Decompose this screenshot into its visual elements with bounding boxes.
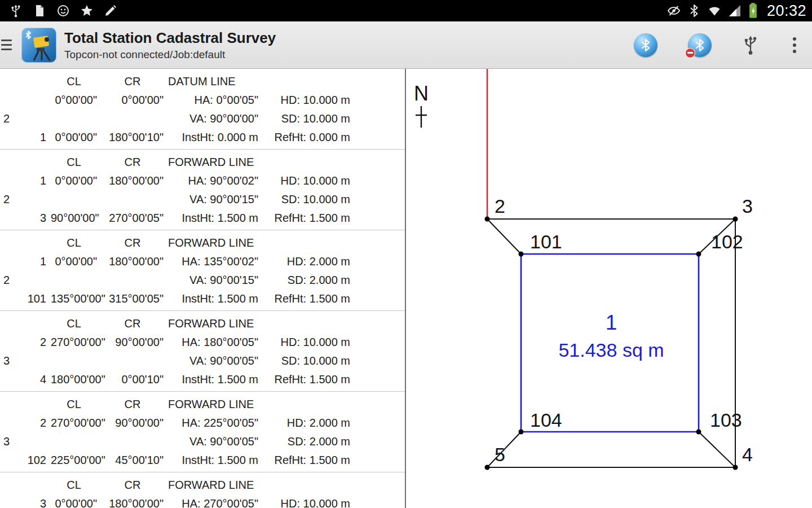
record-cell: VA: 90°00'00" bbox=[168, 112, 258, 125]
record-data-row: 101135°00'00"315°00'05"InstHt: 1.500 mRe… bbox=[3, 290, 399, 308]
north-label: N bbox=[414, 82, 429, 105]
map-panel[interactable]: 2345101102103104151.438 sq mN bbox=[406, 69, 812, 508]
point-marker bbox=[733, 465, 738, 470]
record-cell: HD: 10.000 m bbox=[263, 94, 350, 107]
record-cell: InstHt: 1.500 m bbox=[168, 373, 258, 386]
record-cell: SD: 10.000 m bbox=[263, 354, 350, 367]
point-marker bbox=[696, 252, 701, 257]
record-cell: 2 bbox=[23, 336, 46, 349]
record-cell: 90°00'00" bbox=[102, 417, 164, 430]
record-cell: HD: 2.000 m bbox=[263, 255, 350, 268]
record-cell: 270°00'00" bbox=[51, 417, 97, 430]
record-cell: InstHt: 1.500 m bbox=[168, 292, 258, 305]
point-marker bbox=[485, 465, 490, 470]
record-cell: 135°00'00" bbox=[51, 292, 97, 305]
record-cell: 2 bbox=[3, 193, 18, 206]
edit-icon bbox=[104, 4, 117, 17]
record-cell: HA: 225°00'05" bbox=[168, 417, 258, 430]
record-cell: 180°00'00" bbox=[51, 373, 97, 386]
eye-off-icon bbox=[667, 4, 681, 17]
record-line-type: FORWARD LINE bbox=[168, 317, 350, 330]
record-cell: RefHt: 1.500 m bbox=[263, 212, 350, 225]
record-cell: HA: 270°00'05" bbox=[168, 497, 258, 508]
record-data-row: 2VA: 90°00'15"SD: 2.000 m bbox=[3, 271, 399, 290]
record-data-row: 3VA: 90°00'05"SD: 10.000 m bbox=[3, 352, 399, 370]
record-cell: VA: 90°00'05" bbox=[168, 354, 258, 367]
record-cell: HD: 10.000 m bbox=[263, 497, 350, 508]
status-bar-clock: 20:32 bbox=[767, 2, 806, 20]
record-cell: 90°00'00" bbox=[51, 212, 97, 225]
overflow-menu-button[interactable] bbox=[789, 35, 800, 55]
record-cell: 0°00'10" bbox=[102, 373, 164, 386]
record-col-cr: CR bbox=[102, 479, 164, 492]
record-col-cr: CR bbox=[102, 398, 164, 411]
record-cell: 2 bbox=[23, 417, 46, 430]
screen: 20:32 Total Station Cadastral Survey Top… bbox=[0, 0, 812, 508]
record-line-type: FORWARD LINE bbox=[168, 479, 350, 492]
point-marker bbox=[519, 252, 524, 257]
point-label: 101 bbox=[530, 231, 562, 252]
record-cell: HD: 10.000 m bbox=[263, 174, 350, 187]
record-cell: 1 bbox=[23, 131, 46, 144]
record-line-type: FORWARD LINE bbox=[168, 398, 350, 411]
record-cell: InstHt: 1.500 m bbox=[168, 454, 258, 467]
wifi-icon bbox=[708, 4, 721, 17]
record-data-row: 0°00'00"0°00'00"HA: 0°00'05"HD: 10.000 m bbox=[3, 91, 399, 110]
page-title: Total Station Cadastral Survey bbox=[64, 29, 626, 47]
point-label: 4 bbox=[742, 444, 753, 465]
record-cell: RefHt: 1.500 m bbox=[263, 373, 350, 386]
emoji-icon bbox=[56, 4, 70, 17]
record-line-type: DATUM LINE bbox=[168, 75, 350, 88]
record-data-row: 10°00'00"180°00'00"HA: 135°00'02"HD: 2.0… bbox=[3, 252, 399, 271]
record-cell: 0°00'00" bbox=[51, 94, 97, 107]
record-cell: SD: 2.000 m bbox=[263, 274, 350, 287]
status-bar-notification-icons bbox=[6, 4, 117, 17]
record-block[interactable]: CLCRFORWARD LINE2270°00'00"90°00'00"HA: … bbox=[0, 392, 405, 472]
record-cell: HA: 90°00'02" bbox=[168, 174, 258, 187]
record-col-cl: CL bbox=[51, 237, 97, 249]
usb-icon bbox=[743, 34, 758, 56]
record-cell: SD: 2.000 m bbox=[263, 435, 350, 448]
record-col-cl: CL bbox=[51, 75, 97, 88]
record-cell: VA: 90°00'05" bbox=[168, 435, 258, 448]
record-cell: SD: 10.000 m bbox=[263, 112, 350, 125]
record-data-row: 30°00'00"180°00'00"HA: 270°00'05"HD: 10.… bbox=[3, 494, 399, 508]
bluetooth-icon bbox=[687, 4, 701, 17]
record-block[interactable]: CLCRFORWARD LINE10°00'00"180°00'00"HA: 9… bbox=[0, 150, 405, 230]
point-label: 102 bbox=[711, 231, 743, 252]
record-cell: 2 bbox=[3, 112, 18, 125]
record-cell: 2 bbox=[3, 274, 18, 287]
usb-button[interactable] bbox=[742, 33, 759, 57]
record-data-row: 3VA: 90°00'05"SD: 2.000 m bbox=[3, 432, 399, 451]
record-col-cr: CR bbox=[102, 237, 164, 249]
point-label: 103 bbox=[710, 409, 742, 431]
record-block[interactable]: CLCRFORWARD LINE30°00'00"180°00'00"HA: 2… bbox=[0, 472, 405, 508]
record-data-row: 2VA: 90°00'00"SD: 10.000 m bbox=[3, 110, 399, 128]
parcel-area-label: 51.438 sq m bbox=[558, 339, 664, 361]
record-header-row: CLCRDATUM LINE bbox=[3, 72, 399, 91]
record-data-row: 2270°00'00"90°00'00"HA: 225°00'05"HD: 2.… bbox=[3, 414, 399, 432]
point-marker bbox=[519, 430, 524, 435]
records-list: CLCRDATUM LINE0°00'00"0°00'00"HA: 0°00'0… bbox=[0, 69, 406, 508]
record-block[interactable]: CLCRFORWARD LINE10°00'00"180°00'00"HA: 1… bbox=[0, 230, 405, 311]
record-cell: 4 bbox=[23, 373, 46, 386]
record-data-row: 2270°00'00"90°00'00"HA: 180°00'05"HD: 10… bbox=[3, 333, 399, 352]
record-block[interactable]: CLCRFORWARD LINE2270°00'00"90°00'00"HA: … bbox=[0, 311, 405, 392]
record-cell: 3 bbox=[3, 435, 18, 448]
record-col-cr: CR bbox=[102, 317, 164, 330]
boundary-line bbox=[699, 432, 735, 467]
record-col-cl: CL bbox=[51, 398, 97, 411]
record-cell: 0°00'00" bbox=[51, 255, 97, 268]
bluetooth-connect-button[interactable] bbox=[634, 33, 657, 57]
record-block[interactable]: CLCRDATUM LINE0°00'00"0°00'00"HA: 0°00'0… bbox=[0, 69, 405, 150]
record-data-row: 10°00'00"180°00'00"HA: 90°00'02"HD: 10.0… bbox=[3, 172, 399, 190]
disconnect-badge-icon bbox=[685, 48, 695, 58]
record-col-cl: CL bbox=[51, 317, 97, 330]
menu-icon[interactable] bbox=[0, 40, 14, 50]
record-cell: VA: 90°00'15" bbox=[168, 274, 258, 287]
bluetooth-disconnect-button[interactable] bbox=[688, 33, 712, 57]
point-label: 2 bbox=[495, 195, 505, 217]
parcel-id-label: 1 bbox=[606, 311, 617, 334]
record-cell: 0°00'00" bbox=[51, 497, 97, 508]
record-header-row: CLCRFORWARD LINE bbox=[3, 395, 399, 414]
